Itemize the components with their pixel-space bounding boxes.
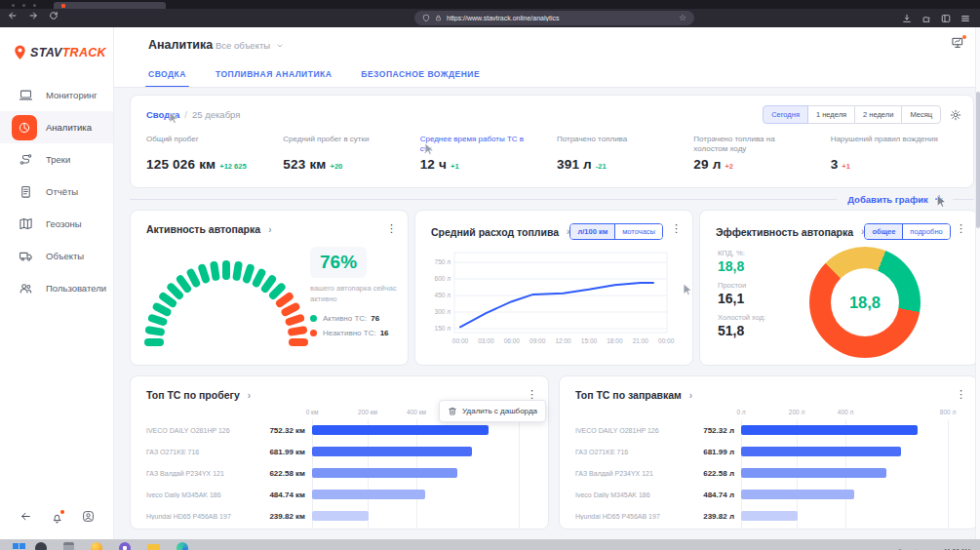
sidebar-item-geozones[interactable]: Геозоны: [0, 208, 113, 240]
chevron-right-icon[interactable]: ›: [689, 390, 692, 401]
metric-3[interactable]: Потрачено топлива391 л-21: [557, 135, 693, 173]
notifications-bell-icon[interactable]: [51, 512, 63, 525]
period-button-3[interactable]: Месяц: [901, 105, 941, 124]
period-button-1[interactable]: 1 неделя: [807, 105, 855, 124]
sidebar-item-label: Объекты: [46, 251, 84, 261]
purple-app-icon[interactable]: [119, 542, 131, 550]
bar[interactable]: [312, 490, 425, 499]
gear-icon[interactable]: [950, 109, 961, 121]
window-control-dot[interactable]: [22, 4, 25, 7]
tab-2[interactable]: БЕЗОПАСНОЕ ВОЖДЕНИЕ: [361, 69, 480, 88]
kebab-menu-icon[interactable]: ⋮: [386, 223, 397, 234]
bar[interactable]: [312, 425, 489, 435]
efficiency-card-title[interactable]: Эффективность автопарка: [716, 226, 853, 238]
file-app-icon[interactable]: [63, 542, 74, 550]
top-mileage-title[interactable]: Топ ТС по пробегу: [146, 389, 240, 401]
efficiency-stat-value: 16,1: [718, 291, 794, 306]
window-control-dot[interactable]: [12, 4, 15, 7]
tab-0[interactable]: СВОДКА: [148, 69, 186, 88]
objects-filter-dropdown[interactable]: Все объекты: [216, 40, 284, 51]
svg-text:150 л: 150 л: [435, 325, 451, 332]
metric-1[interactable]: Средний пробег в сутки523 км+20: [283, 135, 419, 173]
bar-track: [741, 425, 963, 435]
battery-icon[interactable]: [927, 542, 936, 550]
sidebar-item-tracks[interactable]: Треки: [0, 143, 113, 176]
browser-tab[interactable]: [54, 2, 166, 9]
windows-start-icon[interactable]: [13, 543, 19, 549]
svg-text:300 л: 300 л: [435, 308, 451, 315]
bar-track: [741, 447, 963, 456]
back-button[interactable]: [8, 11, 18, 20]
users-icon: [18, 281, 33, 296]
window-control-dot[interactable]: [33, 4, 36, 7]
add-chart-plus-icon[interactable]: +: [935, 192, 943, 206]
url-text[interactable]: https://www.stavtrack.online/analytics: [447, 15, 674, 21]
svg-text:600 л: 600 л: [435, 275, 451, 282]
browser-tabstrip: [0, 0, 980, 9]
sidebar-item-analytics[interactable]: Аналитика: [0, 111, 113, 143]
scrollbar-thumb[interactable]: [976, 92, 980, 228]
search-app-icon[interactable]: [35, 542, 47, 550]
sidebar-item-objects[interactable]: Объекты: [0, 240, 113, 272]
download-icon[interactable]: [902, 10, 912, 27]
profile-icon[interactable]: [82, 509, 95, 527]
wifi-icon[interactable]: [896, 542, 904, 550]
sidebar-nav: МониторингАналитикаТрекиОтчётыГеозоныОбъ…: [0, 79, 113, 304]
sidebar-panel-icon[interactable]: [941, 10, 951, 27]
volume-icon[interactable]: [912, 542, 920, 550]
chevron-right-icon[interactable]: ›: [248, 390, 251, 401]
updates-chart-icon[interactable]: [951, 36, 964, 54]
fuel-card-title[interactable]: Средний расход топлива: [431, 226, 559, 238]
logo[interactable]: STAVTRACK: [0, 27, 113, 71]
collapse-sidebar-icon[interactable]: [20, 509, 32, 527]
reload-button[interactable]: [49, 11, 59, 20]
sidebar-item-users[interactable]: Пользователи: [0, 272, 113, 304]
efficiency-toggle-0[interactable]: общее: [865, 224, 902, 239]
lock-icon[interactable]: [435, 9, 442, 26]
shield-icon[interactable]: [422, 9, 430, 26]
tab-1[interactable]: ТОПЛИВНАЯ АНАЛИТИКА: [216, 69, 332, 88]
kebab-menu-icon[interactable]: ⋮: [956, 389, 966, 400]
period-button-2[interactable]: 2 недели: [854, 105, 902, 124]
efficiency-view-toggle: общееподробно: [864, 223, 950, 240]
tray-expand-icon[interactable]: [882, 542, 888, 550]
metric-0[interactable]: Общий пробег125 026 км+12 625: [146, 135, 283, 173]
bar[interactable]: [312, 468, 457, 478]
bookmark-star-icon[interactable]: ☆: [679, 14, 686, 22]
remove-from-dashboard-menu-item[interactable]: Удалить с дашборда: [439, 400, 546, 422]
edge-browser-icon[interactable]: [176, 542, 188, 550]
metric-5[interactable]: Нарушений правил вождения3+1: [831, 135, 967, 173]
activity-card-title[interactable]: Активность автопарка: [146, 223, 260, 235]
sidebar-item-monitoring[interactable]: Мониторинг: [0, 79, 113, 111]
folder-icon[interactable]: [147, 544, 160, 550]
add-chart-link[interactable]: Добавить график: [847, 194, 928, 205]
fuel-toggle-0[interactable]: л/100 км: [570, 224, 614, 239]
chevron-right-icon[interactable]: ›: [268, 224, 271, 235]
forward-button[interactable]: [28, 11, 38, 20]
url-bar[interactable]: https://www.stavtrack.online/analytics ☆: [414, 11, 694, 25]
period-button-0[interactable]: Сегодня: [763, 105, 808, 124]
summary-title-link[interactable]: Сводка: [146, 109, 179, 120]
extensions-icon[interactable]: [921, 10, 931, 27]
bar[interactable]: [741, 490, 854, 499]
metric-4[interactable]: Потрачено топлива на холостом ходу29 л+2: [693, 135, 830, 173]
metric-2[interactable]: Среднее время работы ТС в сут.12 ч+1: [420, 135, 557, 173]
crescent-app-icon[interactable]: [91, 542, 102, 550]
activity-caption: вашего автопарка сейчас активно: [310, 284, 398, 305]
bar[interactable]: [741, 468, 886, 478]
bar[interactable]: [741, 425, 918, 435]
menu-icon[interactable]: [960, 10, 970, 27]
bar[interactable]: [312, 511, 369, 521]
kebab-menu-icon[interactable]: ⋮: [671, 223, 682, 234]
legend-item-1: Неактивно ТС:16: [310, 329, 398, 337]
bar[interactable]: [741, 511, 798, 521]
kebab-menu-icon[interactable]: ⋮: [527, 389, 537, 400]
screen: https://www.stavtrack.online/analytics ☆…: [0, 0, 980, 550]
sidebar-item-reports[interactable]: Отчёты: [0, 176, 113, 208]
kebab-menu-icon[interactable]: ⋮: [956, 223, 966, 234]
bar[interactable]: [741, 447, 901, 456]
bar[interactable]: [312, 447, 472, 456]
efficiency-toggle-1[interactable]: подробно: [902, 224, 949, 239]
fuel-toggle-1[interactable]: моточасы: [614, 224, 662, 239]
top-fuel-title[interactable]: Топ ТС по заправкам: [575, 389, 682, 401]
